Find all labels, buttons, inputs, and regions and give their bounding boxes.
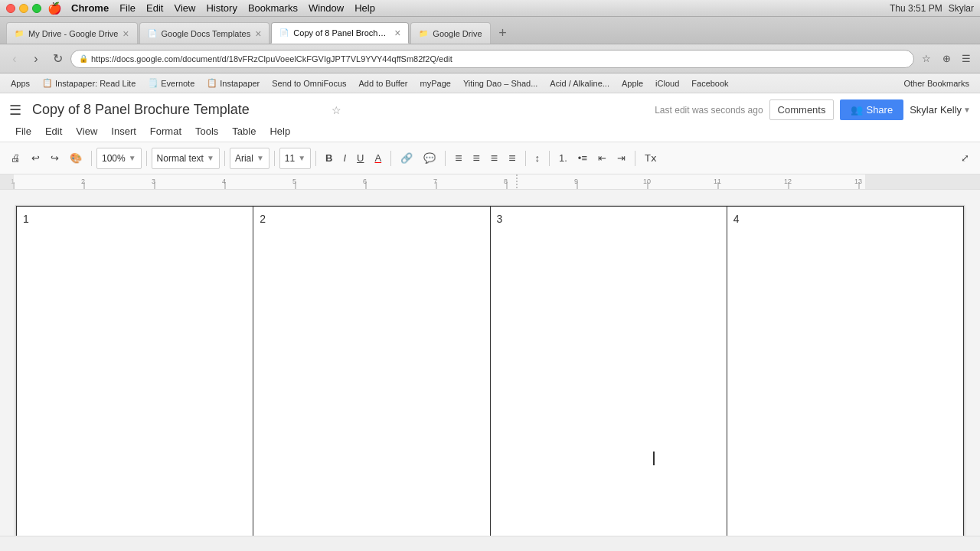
back-button[interactable]: ‹ <box>6 51 23 67</box>
bookmark-icloud[interactable]: iCloud <box>651 77 684 90</box>
bookmark-instapaper[interactable]: 📋 Instapaper <box>202 77 264 90</box>
bookmark-label-1: Instapaper: Read Lite <box>55 79 136 88</box>
tab-brochure[interactable]: 📄 Copy of 8 Panel Brochure... × <box>271 22 409 44</box>
font-value: Arial <box>235 153 253 164</box>
forward-button[interactable]: › <box>28 51 44 67</box>
os-menu-history[interactable]: History <box>206 2 237 14</box>
bookmark-buffer[interactable]: Add to Buffer <box>354 77 413 90</box>
bookmark-evernote[interactable]: 🗒️ Evernote <box>143 77 199 90</box>
docs-menu-table[interactable]: Table <box>226 123 262 139</box>
print-button[interactable]: 🖨 <box>6 148 25 169</box>
bookmark-facebook[interactable]: Facebook <box>687 77 733 90</box>
font-chevron-icon: ▼ <box>256 154 264 162</box>
zoom-select[interactable]: 100% ▼ <box>96 148 142 169</box>
align-center-button[interactable]: ≡ <box>468 148 484 169</box>
bookmark-acid[interactable]: Acid / Alkaline... <box>545 77 614 90</box>
user-name[interactable]: Skylar Kelly ▼ <box>910 104 971 116</box>
justify-button[interactable]: ≡ <box>504 148 520 169</box>
link-button[interactable]: 🔗 <box>396 148 417 169</box>
docs-title[interactable]: Copy of 8 Panel Brochure Template <box>32 102 325 118</box>
bookmark-label-2: Evernote <box>161 79 194 88</box>
url-bar[interactable]: 🔒 https://docs.google.com/document/d/18v… <box>70 50 914 68</box>
bookmark-omnifocus[interactable]: Send to OmniFocus <box>267 77 351 90</box>
line-spacing-button[interactable]: ↕ <box>531 148 545 169</box>
docs-menu-insert[interactable]: Insert <box>105 123 142 139</box>
reload-button[interactable]: ↻ <box>49 51 66 67</box>
expand-toolbar-button[interactable]: ⤢ <box>956 148 974 169</box>
align-right-button[interactable]: ≡ <box>486 148 502 169</box>
panel-cell-2[interactable]: 2 <box>253 207 490 536</box>
font-select[interactable]: Arial ▼ <box>230 148 270 169</box>
italic-button[interactable]: I <box>338 148 351 169</box>
panel-cell-1[interactable]: 1 <box>17 207 253 536</box>
toolbar-separator-8 <box>525 151 526 166</box>
maximize-button[interactable] <box>32 4 41 13</box>
doc-area[interactable]: 1 2 3 4 <box>0 190 980 536</box>
new-tab-button[interactable]: + <box>492 22 514 44</box>
tab-google-drive[interactable]: 📁 Google Drive <box>410 22 490 44</box>
other-bookmarks[interactable]: Other Bookmarks <box>899 77 974 90</box>
tab-title-4: Google Drive <box>433 29 482 38</box>
indent-more-button[interactable]: ⇥ <box>612 148 630 169</box>
font-size-select[interactable]: 11 ▼ <box>279 148 311 169</box>
os-menu-view[interactable]: View <box>174 2 195 14</box>
toolbar-separator-9 <box>549 151 550 166</box>
list-bullet-button[interactable]: •≡ <box>573 148 592 169</box>
bookmark-star-icon[interactable]: ☆ <box>919 51 934 67</box>
comments-button[interactable]: Comments <box>769 99 835 120</box>
close-button[interactable] <box>6 4 15 13</box>
clear-format-button[interactable]: T𝗑 <box>640 148 662 169</box>
tab-docs-templates[interactable]: 📄 Google Docs Templates × <box>139 22 270 44</box>
toolbar-separator-1 <box>91 151 92 166</box>
bookmarks-bar: Apps 📋 Instapaper: Read Lite 🗒️ Evernote… <box>0 73 980 93</box>
redo-button[interactable]: ↪ <box>46 148 64 169</box>
os-menu-help[interactable]: Help <box>354 2 375 14</box>
bookmark-mypage[interactable]: myPage <box>416 77 456 90</box>
tab-close-3[interactable]: × <box>394 27 400 39</box>
apple-menu[interactable]: 🍎 <box>47 2 62 15</box>
tab-close-2[interactable]: × <box>255 28 261 40</box>
bookmark-yiting[interactable]: Yiting Dao – Shad... <box>459 77 542 90</box>
fontsize-chevron-icon: ▼ <box>298 154 305 162</box>
browser-action-2[interactable]: ☰ <box>959 51 974 67</box>
toolbar-separator-2 <box>146 151 147 166</box>
os-menu-edit[interactable]: Edit <box>146 2 163 14</box>
tab-bar: 📁 My Drive - Google Drive × 📄 Google Doc… <box>0 17 980 44</box>
docs-menu-help[interactable]: Help <box>263 123 296 139</box>
bold-button[interactable]: B <box>321 148 337 169</box>
comment-button[interactable]: 💬 <box>419 148 440 169</box>
menubar-right: Thu 3:51 PM Skylar <box>890 3 974 14</box>
share-button[interactable]: 👥 Share <box>840 99 903 120</box>
docs-menu-edit[interactable]: Edit <box>39 123 68 139</box>
browser-action-1[interactable]: ⊕ <box>939 51 954 67</box>
bookmark-label-6: myPage <box>420 79 451 88</box>
panel-cell-3[interactable]: 3 <box>490 207 727 536</box>
list-numbered-button[interactable]: 1. <box>554 148 572 169</box>
bookmark-instapaper-read[interactable]: 📋 Instapaper: Read Lite <box>38 77 140 90</box>
tab-my-drive[interactable]: 📁 My Drive - Google Drive × <box>6 22 138 44</box>
docs-hamburger-icon[interactable]: ☰ <box>9 102 21 119</box>
undo-button[interactable]: ↩ <box>27 148 44 169</box>
panel-cell-4[interactable]: 4 <box>727 207 963 536</box>
os-menu-bookmarks[interactable]: Bookmarks <box>248 2 298 14</box>
docs-menu-format[interactable]: Format <box>144 123 188 139</box>
minimize-button[interactable] <box>19 4 28 13</box>
bookmark-apps[interactable]: Apps <box>6 77 34 90</box>
os-menu-chrome[interactable]: Chrome <box>71 2 109 14</box>
style-select[interactable]: Normal text ▼ <box>152 148 220 169</box>
docs-menu-file[interactable]: File <box>9 123 38 139</box>
bookmark-label-4: Send to OmniFocus <box>272 79 346 88</box>
paint-format-button[interactable]: 🎨 <box>65 148 87 169</box>
docs-star-icon[interactable]: ☆ <box>332 104 341 116</box>
align-left-button[interactable]: ≡ <box>450 148 466 169</box>
docs-menu-tools[interactable]: Tools <box>189 123 224 139</box>
ruler: 1 2 3 4 5 6 7 8 9 10 11 <box>0 174 980 190</box>
docs-menu-view[interactable]: View <box>70 123 103 139</box>
indent-less-button[interactable]: ⇤ <box>593 148 611 169</box>
os-menu-file[interactable]: File <box>119 2 136 14</box>
text-color-button[interactable]: A <box>370 148 386 169</box>
os-menu-window[interactable]: Window <box>309 2 344 14</box>
bookmark-apple[interactable]: Apple <box>617 77 648 90</box>
tab-close-1[interactable]: × <box>122 28 129 40</box>
underline-button[interactable]: U <box>352 148 368 169</box>
